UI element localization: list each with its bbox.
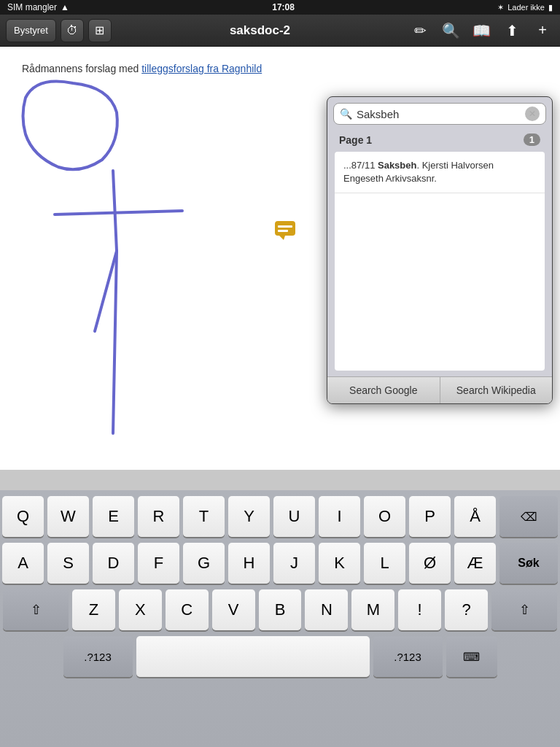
svg-rect-2 (278, 225, 292, 228)
book-button[interactable]: 📖 (470, 19, 493, 42)
key-backspace[interactable]: ⌫ (499, 496, 558, 537)
wifi-icon: ▲ (61, 2, 69, 12)
battery-icon: ▮ (548, 3, 553, 12)
clock-button[interactable]: ⏱ (61, 19, 84, 42)
key-ae[interactable]: Æ (454, 543, 496, 584)
back-button[interactable]: Bystyret (6, 19, 56, 42)
search-icon: 🔍 (340, 108, 352, 120)
popup-arrow (501, 96, 516, 97)
key-y[interactable]: Y (228, 496, 270, 537)
result-prefix: ...87/11 (343, 160, 378, 171)
toolbar-right: ✏ 🔍 📖 ⬆ + (408, 19, 554, 42)
key-s[interactable]: S (47, 543, 89, 584)
key-f[interactable]: F (138, 543, 179, 584)
key-x[interactable]: X (119, 589, 162, 630)
key-p[interactable]: P (409, 496, 451, 537)
key-oe[interactable]: Ø (409, 543, 451, 584)
key-v[interactable]: V (212, 589, 255, 630)
key-q[interactable]: Q (2, 496, 44, 537)
keyboard: Q W E R T Y U I O P Å ⌫ A S D F G H J K … (0, 490, 560, 747)
key-u[interactable]: U (273, 496, 315, 537)
search-popup-buttons: Search Google Search Wikipedia (327, 376, 552, 403)
carrier-label: SIM mangler (7, 2, 57, 12)
key-z[interactable]: Z (72, 589, 115, 630)
search-input[interactable] (357, 108, 525, 120)
document-title: saksdoc-2 (116, 23, 404, 38)
key-t[interactable]: T (183, 496, 225, 537)
key-m[interactable]: M (351, 589, 394, 630)
key-k[interactable]: K (319, 543, 360, 584)
toolbar: Bystyret ⏱ ⊞ saksdoc-2 ✏ 🔍 📖 ⬆ + (0, 15, 560, 47)
status-time: 17:08 (272, 2, 295, 12)
search-result-item[interactable]: ...87/11 Saksbeh. Kjersti Halvorsen Enge… (335, 152, 545, 193)
keyboard-row-3: ⇧ Z X C V B N M ! ? ⇧ (3, 589, 557, 630)
key-n[interactable]: N (305, 589, 348, 630)
search-input-row: 🔍 ✕ (333, 103, 546, 125)
status-bar: SIM mangler ▲ 17:08 ✶ Lader ikke ▮ (0, 0, 560, 15)
key-shift-left[interactable]: ⇧ (3, 589, 69, 630)
key-question[interactable]: ? (445, 589, 488, 630)
key-c[interactable]: C (166, 589, 209, 630)
key-e[interactable]: E (93, 496, 134, 537)
document-content: Rådmannens forslag med tilleggsforslag f… (0, 47, 560, 91)
key-exclaim[interactable]: ! (398, 589, 441, 630)
key-r[interactable]: R (138, 496, 179, 537)
svg-rect-3 (278, 230, 288, 232)
key-g[interactable]: G (183, 543, 225, 584)
document-body: Rådmannens forslag med tilleggsforslag f… (22, 61, 538, 77)
page-label: Page 1 (339, 134, 372, 146)
add-button[interactable]: + (531, 19, 554, 42)
key-d[interactable]: D (93, 543, 134, 584)
search-google-button[interactable]: Search Google (327, 377, 440, 403)
key-a[interactable]: A (2, 543, 44, 584)
battery-label: Lader ikke (508, 3, 545, 12)
key-numeric-right[interactable]: .?123 (373, 636, 443, 677)
keyboard-row-2: A S D F G H J K L Ø Æ Søk (3, 543, 557, 584)
document-link[interactable]: tilleggsforslag fra Ragnhild (141, 63, 262, 74)
key-l[interactable]: L (364, 543, 405, 584)
grid-button[interactable]: ⊞ (88, 19, 112, 42)
search-wikipedia-button[interactable]: Search Wikipedia (440, 377, 553, 403)
bluetooth-icon: ✶ (497, 3, 504, 12)
search-button[interactable]: 🔍 (439, 19, 462, 42)
pen-button[interactable]: ✏ (408, 19, 432, 42)
key-j[interactable]: J (273, 543, 315, 584)
search-clear-button[interactable]: ✕ (525, 107, 540, 121)
page-header-row: Page 1 1 (333, 131, 546, 149)
key-o[interactable]: O (364, 496, 405, 537)
key-space[interactable] (136, 636, 370, 677)
svg-rect-0 (275, 221, 295, 236)
grid-icon: ⊞ (95, 23, 104, 37)
result-highlight: Saksbeh (378, 160, 416, 171)
status-right: ✶ Lader ikke ▮ (497, 3, 553, 12)
status-left: SIM mangler ▲ (7, 2, 69, 12)
key-i[interactable]: I (319, 496, 360, 537)
document-area: Rådmannens forslag med tilleggsforslag f… (0, 47, 560, 470)
key-b[interactable]: B (259, 589, 302, 630)
key-h[interactable]: H (228, 543, 270, 584)
key-aa[interactable]: Å (454, 496, 496, 537)
key-søk[interactable]: Søk (499, 543, 558, 584)
key-numeric-left[interactable]: .?123 (63, 636, 133, 677)
clock-icon: ⏱ (66, 24, 78, 37)
svg-marker-1 (279, 236, 285, 240)
key-hide-keyboard[interactable]: ⌨ (446, 636, 497, 677)
key-w[interactable]: W (47, 496, 89, 537)
search-results: ...87/11 Saksbeh. Kjersti Halvorsen Enge… (335, 152, 545, 371)
search-popup-inner: 🔍 ✕ Page 1 1 ...87/11 Saksbeh. Kjersti H… (327, 97, 552, 376)
share-button[interactable]: ⬆ (500, 19, 524, 42)
search-popup: 🔍 ✕ Page 1 1 ...87/11 Saksbeh. Kjersti H… (327, 96, 553, 404)
result-count-badge: 1 (524, 133, 540, 146)
comment-icon (273, 218, 297, 241)
keyboard-bottom-row: .?123 .?123 ⌨ (3, 636, 557, 677)
keyboard-row-1: Q W E R T Y U I O P Å ⌫ (3, 496, 557, 537)
comment-bubble[interactable] (273, 218, 297, 247)
key-shift-right[interactable]: ⇧ (491, 589, 557, 630)
